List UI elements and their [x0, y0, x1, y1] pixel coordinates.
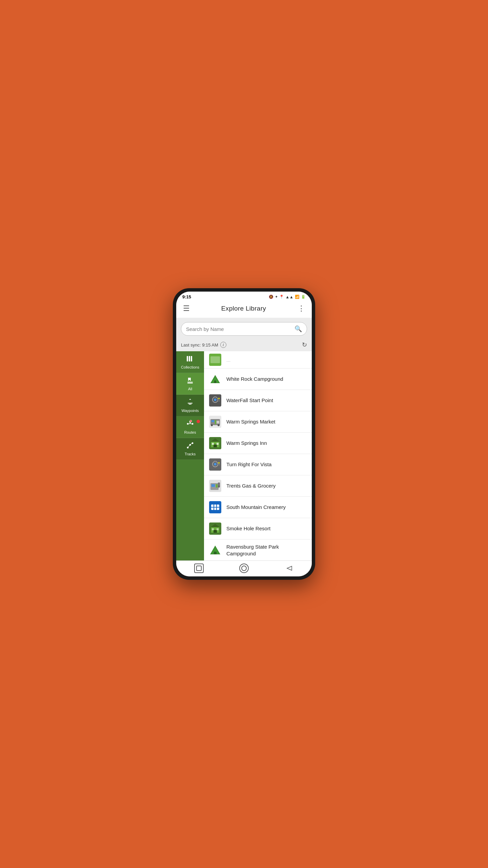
sidebar-collections-label: Collections — [181, 365, 199, 369]
svg-rect-23 — [214, 396, 217, 397]
ravensburg-icon — [209, 544, 222, 557]
sidebar-item-collections[interactable]: Collections — [176, 351, 204, 373]
svg-rect-74 — [197, 566, 201, 571]
svg-rect-0 — [187, 356, 188, 361]
collections-icon — [186, 355, 194, 364]
turn-right-name: Turn Right For Vista — [226, 461, 271, 468]
search-box: 🔍 — [181, 322, 307, 336]
trents-gas-icon — [209, 479, 222, 492]
sync-text-label: Last sync: 9:15 AM — [181, 342, 218, 348]
waterfall-icon — [209, 394, 222, 407]
smoke-hole-name: Smoke Hole Resort — [226, 525, 270, 532]
sidebar-all-label: All — [188, 387, 192, 391]
sidebar-item-routes[interactable]: + Routes — [176, 416, 204, 438]
list-area: ... White Rock Campground — [204, 351, 312, 560]
toolbar: ☰ Explore Library ⋮ — [176, 301, 312, 318]
warm-springs-inn-name: Warm Springs Inn — [226, 440, 267, 447]
info-icon[interactable]: i — [220, 342, 226, 348]
smoke-hole-icon — [209, 522, 222, 535]
warm-springs-inn-icon — [209, 437, 222, 450]
svg-point-32 — [211, 424, 213, 426]
status-time: 9:15 — [182, 294, 191, 299]
svg-rect-59 — [214, 530, 217, 533]
svg-rect-47 — [211, 484, 215, 487]
main-content: Collections All — [176, 351, 312, 560]
waterfall-name: WaterFall Start Point — [226, 397, 273, 404]
ravensburg-name: Ravensburg State Park Campground — [226, 544, 307, 557]
routes-icon: + — [186, 420, 194, 429]
sync-bar: Last sync: 9:15 AM i ↻ — [176, 339, 312, 351]
svg-point-44 — [218, 462, 220, 463]
phone-frame: 9:15 🔕 ✦ 📍 ▲▲ 📶 🔋 ☰ Explore Library ⋮ 🔍 — [173, 288, 315, 580]
south-mountain-icon — [209, 501, 222, 514]
white-rock-icon — [209, 373, 222, 386]
svg-rect-4 — [187, 383, 193, 383]
list-item[interactable]: Turn Right For Vista — [204, 454, 312, 475]
svg-point-31 — [218, 424, 220, 426]
menu-icon[interactable]: ☰ — [182, 303, 191, 314]
svg-rect-5 — [188, 403, 192, 403]
svg-rect-1 — [189, 356, 190, 361]
turn-right-icon — [209, 458, 222, 471]
trents-gas-name: Trents Gas & Grocery — [226, 482, 276, 489]
list-item[interactable]: South Mountain Creamery — [204, 497, 312, 518]
list-item[interactable]: Ravensburg State Park Campground — [204, 539, 312, 560]
sidebar-item-waypoints[interactable]: Waypoints — [176, 395, 204, 416]
phone-screen: 9:15 🔕 ✦ 📍 ▲▲ 📶 🔋 ☰ Explore Library ⋮ 🔍 — [176, 292, 312, 576]
svg-rect-28 — [211, 420, 214, 422]
svg-rect-6 — [189, 404, 191, 405]
list-item[interactable]: White Rock Campground — [204, 369, 312, 390]
svg-rect-36 — [214, 445, 217, 447]
list-item[interactable]: Warm Springs Inn — [204, 433, 312, 454]
nav-back-button[interactable] — [284, 564, 294, 573]
nav-square-button[interactable] — [194, 564, 204, 573]
svg-point-22 — [214, 398, 217, 401]
bottom-nav — [176, 560, 312, 576]
sidebar-item-all[interactable]: All — [176, 373, 204, 395]
svg-rect-48 — [216, 484, 218, 488]
sidebar: Collections All — [176, 351, 204, 560]
partial-item-text: ... — [226, 357, 231, 363]
list-item[interactable]: Warm Springs Market — [204, 411, 312, 433]
waypoints-icon — [186, 398, 194, 408]
south-mountain-name: South Mountain Creamery — [226, 504, 286, 511]
list-item[interactable]: Smoke Hole Resort — [204, 518, 312, 539]
refresh-icon[interactable]: ↻ — [302, 341, 307, 349]
svg-point-75 — [242, 566, 246, 571]
warm-springs-market-name: Warm Springs Market — [226, 418, 275, 425]
svg-rect-2 — [191, 356, 192, 361]
svg-rect-42 — [214, 461, 217, 462]
svg-rect-60 — [212, 528, 214, 530]
page-title: Explore Library — [221, 305, 266, 312]
svg-rect-29 — [215, 420, 216, 424]
svg-point-41 — [214, 463, 217, 466]
svg-rect-61 — [217, 528, 219, 530]
sync-info: Last sync: 9:15 AM i — [181, 342, 226, 348]
sidebar-waypoints-label: Waypoints — [182, 409, 199, 413]
svg-rect-64 — [214, 552, 217, 554]
partial-item-icon — [209, 353, 222, 366]
svg-rect-3 — [187, 382, 193, 382]
svg-rect-19 — [214, 380, 216, 383]
all-icon — [186, 376, 194, 386]
search-icon[interactable]: 🔍 — [294, 325, 302, 333]
list-item[interactable]: WaterFall Start Point — [204, 390, 312, 411]
sidebar-item-tracks[interactable]: Tracks — [176, 438, 204, 460]
sidebar-routes-label: Routes — [184, 430, 196, 434]
routes-badge — [196, 419, 201, 424]
tracks-icon — [186, 441, 194, 451]
warm-springs-market-icon — [209, 415, 222, 428]
list-item[interactable]: Trents Gas & Grocery — [204, 475, 312, 497]
svg-marker-76 — [287, 566, 292, 570]
svg-point-50 — [218, 486, 220, 488]
svg-rect-37 — [212, 443, 214, 445]
svg-point-9 — [192, 423, 194, 425]
status-bar: 9:15 🔕 ✦ 📍 ▲▲ 📶 🔋 — [176, 292, 312, 301]
svg-point-25 — [218, 398, 220, 399]
status-icons: 🔕 ✦ 📍 ▲▲ 📶 🔋 — [269, 295, 306, 299]
search-input[interactable] — [186, 326, 294, 332]
white-rock-name: White Rock Campground — [226, 376, 283, 382]
svg-rect-16 — [210, 356, 220, 363]
more-options-icon[interactable]: ⋮ — [296, 303, 306, 314]
nav-home-button[interactable] — [239, 564, 249, 573]
